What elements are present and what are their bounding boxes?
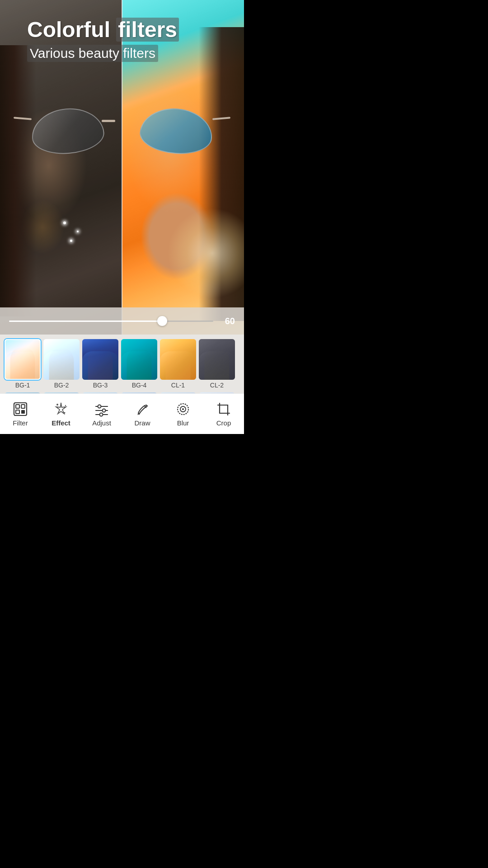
sparkle-1 xyxy=(63,222,66,224)
nav-item-draw[interactable]: Draw xyxy=(124,398,160,429)
nav-item-effect[interactable]: Effect xyxy=(43,398,79,429)
filter-label-bg4: BG-4 xyxy=(132,382,147,389)
sparkle-2 xyxy=(77,231,79,232)
effect-icon xyxy=(53,401,69,417)
svg-point-17 xyxy=(182,408,184,410)
filter-strength-slider[interactable]: 60 xyxy=(0,307,244,335)
bottom-navigation: Filter Effect Adjust xyxy=(0,393,244,434)
filter-item-cl1[interactable]: CL-1 xyxy=(160,339,196,389)
svg-point-7 xyxy=(65,405,66,406)
nav-label-crop: Crop xyxy=(216,419,231,427)
main-image-canvas: Colorful filters Various beauty filters … xyxy=(0,0,244,335)
filter-thumb-cl2 xyxy=(199,339,235,380)
slider-track[interactable] xyxy=(9,321,213,322)
nav-label-draw: Draw xyxy=(134,419,150,427)
nav-label-effect: Effect xyxy=(52,419,70,427)
slider-thumb[interactable] xyxy=(157,316,167,326)
svg-point-13 xyxy=(100,413,103,416)
svg-rect-2 xyxy=(21,405,25,408)
nav-label-blur: Blur xyxy=(177,419,189,427)
filter-item-bg1[interactable]: BG-1 xyxy=(5,339,41,389)
slider-fill xyxy=(9,321,162,322)
crop-icon xyxy=(216,401,232,417)
filter-thumb-bg3 xyxy=(82,339,118,380)
filter-item-bg3[interactable]: BG-3 xyxy=(82,339,118,389)
slider-value: 60 xyxy=(219,316,235,326)
svg-rect-18 xyxy=(220,405,228,413)
title-main: Colorful filters xyxy=(27,18,179,42)
filter-thumb-bg1 xyxy=(5,339,41,380)
title-sub: Various beauty filters xyxy=(27,45,158,62)
filter-thumb-cl1 xyxy=(160,339,196,380)
filter-label-bg3: BG-3 xyxy=(93,382,108,389)
lens-left xyxy=(30,105,106,157)
glasses-bridge xyxy=(102,120,115,122)
filter-thumb-bg2 xyxy=(43,339,80,380)
filter-label-cl2: CL-2 xyxy=(210,382,224,389)
svg-point-11 xyxy=(98,405,101,408)
title-highlight: filters xyxy=(116,18,179,42)
filter-item-cl2[interactable]: CL-2 xyxy=(199,339,235,389)
svg-rect-4 xyxy=(21,410,25,414)
svg-point-5 xyxy=(56,404,58,406)
hair-left xyxy=(0,45,36,316)
nav-label-adjust: Adjust xyxy=(92,419,111,427)
filter-label-bg2: BG-2 xyxy=(54,382,69,389)
nav-item-blur[interactable]: Blur xyxy=(165,398,201,429)
filter-item-bg2[interactable]: BG-2 xyxy=(43,339,80,389)
svg-rect-1 xyxy=(16,405,19,408)
filters-panel: BG-1 BG-2 BG-3 BG-4 xyxy=(0,335,244,393)
draw-icon xyxy=(134,401,150,417)
filter-item-bg4[interactable]: BG-4 xyxy=(121,339,157,389)
filter-icon xyxy=(12,401,28,417)
sparkle-3 xyxy=(70,240,72,242)
nav-item-adjust[interactable]: Adjust xyxy=(84,398,120,429)
filter-row-1: BG-1 BG-2 BG-3 BG-4 xyxy=(0,335,244,391)
title-overlay: Colorful filters Various beauty filters xyxy=(27,18,179,62)
adjust-icon xyxy=(94,401,110,417)
svg-point-12 xyxy=(103,409,106,412)
nav-item-filter[interactable]: Filter xyxy=(2,398,38,429)
filter-label-bg1: BG-1 xyxy=(15,382,30,389)
blur-icon xyxy=(175,401,191,417)
svg-rect-3 xyxy=(16,410,19,414)
nav-item-crop[interactable]: Crop xyxy=(206,398,242,429)
filter-label-cl1: CL-1 xyxy=(171,382,185,389)
lens-right xyxy=(138,105,214,157)
filter-thumb-bg4 xyxy=(121,339,157,380)
nav-label-filter: Filter xyxy=(13,419,28,427)
svg-point-6 xyxy=(64,412,66,414)
